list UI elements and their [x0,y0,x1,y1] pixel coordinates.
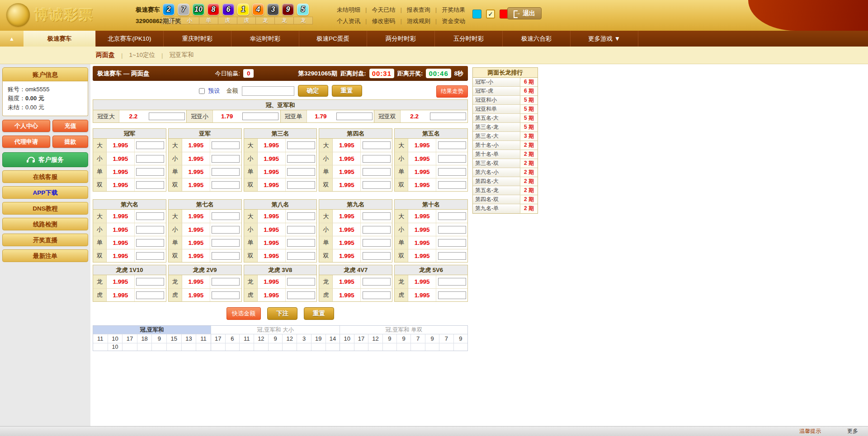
bet-amount-input[interactable] [438,155,466,163]
bet-amount-input[interactable] [136,239,164,247]
bet-amount-input[interactable] [212,226,240,234]
bet-amount-input[interactable] [438,168,466,176]
bet-amount-input[interactable] [430,113,466,120]
result-trend-button[interactable]: 结果走势 [436,85,468,98]
nav-tab-重庆时时彩[interactable]: 重庆时时彩 [164,31,231,47]
color-swatch[interactable] [472,9,481,19]
bet-amount-input[interactable] [287,278,315,286]
bet-amount-input[interactable] [287,226,315,234]
sidebar: 账户信息 账号：omk5555额度：0.00 元未结：0.00 元 个人中心充值… [0,64,90,426]
sidebar-action-button[interactable]: 充值 [52,120,88,132]
bet-amount-input[interactable] [212,252,240,260]
sidebar-button[interactable]: DNS教程 [2,202,88,215]
sidebar-button[interactable]: 最新注单 [2,249,88,262]
sidebar-action-button[interactable]: 提款 [52,136,88,148]
bet-amount-input[interactable] [212,141,240,149]
bet-amount-input[interactable] [149,113,185,120]
bet-amount-input[interactable] [336,113,373,120]
bet-amount-input[interactable] [363,239,391,247]
bet-amount-input[interactable] [438,239,466,247]
header-link[interactable]: 未结明细 [337,6,360,14]
bet-amount-input[interactable] [363,141,391,149]
bet-amount-input[interactable] [136,252,164,260]
customer-service-button[interactable]: 客户服务 [2,152,88,167]
nav-tab-更多游戏 ▼[interactable]: 更多游戏 ▼ [571,31,638,47]
bet-amount-input[interactable] [438,278,466,286]
amount-input[interactable] [242,86,294,96]
sidebar-button[interactable]: 在线客服 [2,170,88,183]
bet-amount-input[interactable] [438,181,466,189]
bet-amount-input[interactable] [136,141,164,149]
bet-amount-input[interactable] [438,226,466,234]
bet-amount-input[interactable] [287,291,315,299]
bet-amount-input[interactable] [363,212,391,220]
bet-amount-input[interactable] [212,291,240,299]
subnav-item[interactable]: 冠亚军和 [169,51,193,59]
nav-tab-幸运时时彩[interactable]: 幸运时时彩 [231,31,299,47]
nav-collapse-tab[interactable]: ▲ [0,31,24,47]
bet-amount-input[interactable] [136,278,164,286]
place-bet-button[interactable]: 下注 [267,307,297,320]
bet-amount-input[interactable] [136,291,164,299]
preset-checkbox[interactable] [199,88,205,94]
bet-amount-input[interactable] [363,252,391,260]
nav-tab-两分时时彩[interactable]: 两分时时彩 [367,31,435,47]
subnav-item[interactable]: 两面盘 [96,51,115,59]
sidebar-action-button[interactable]: 个人中心 [2,120,50,132]
bet-amount-input[interactable] [438,252,466,260]
nav-tab-五分时时彩[interactable]: 五分时时彩 [435,31,503,47]
nav-tab-极速赛车[interactable]: 极速赛车 [24,31,96,47]
bet-amount-input[interactable] [242,113,278,120]
confirm-button[interactable]: 确定 [298,85,328,97]
bet-amount-input[interactable] [287,212,315,220]
nav-tab-北京赛车(PK10)[interactable]: 北京赛车(PK10) [96,31,164,47]
bet-amount-input[interactable] [136,168,164,176]
bet-amount-input[interactable] [363,278,391,286]
logout-button[interactable]: 退出 [507,7,542,19]
bet-amount-input[interactable] [363,291,391,299]
footer-more-link[interactable]: 更多 [847,427,858,435]
nav-tab-极速六合彩[interactable]: 极速六合彩 [503,31,571,47]
bet-amount-input[interactable] [212,168,240,176]
bet-amount-input[interactable] [287,239,315,247]
header-link[interactable]: 报表查询 [407,6,430,14]
header-link[interactable]: 个人资讯 [337,17,360,25]
sound-checkbox[interactable]: ✓ [486,9,495,19]
bet-amount-input[interactable] [212,155,240,163]
bet-amount-input[interactable] [438,141,466,149]
bet-amount-input[interactable] [212,239,240,247]
header-link[interactable]: 修改密码 [372,17,395,25]
bet-amount-input[interactable] [363,168,391,176]
bet-amount-input[interactable] [136,181,164,189]
bet-amount-input[interactable] [212,278,240,286]
bet-amount-input[interactable] [287,252,315,260]
bet-amount-input[interactable] [287,141,315,149]
bet-amount-input[interactable] [438,212,466,220]
bet-amount-input[interactable] [212,212,240,220]
bet-amount-input[interactable] [363,226,391,234]
header-link[interactable]: 资金变动 [442,17,465,25]
bet-reset-button[interactable]: 重置 [304,307,334,320]
bet-amount-input[interactable] [287,168,315,176]
nav-tab-极速PC蛋蛋[interactable]: 极速PC蛋蛋 [299,31,367,47]
sidebar-button[interactable]: APP下载 [2,186,88,199]
subnav-item[interactable]: 1~10定位 [129,51,155,59]
bet-amount-input[interactable] [136,226,164,234]
quick-amount-button[interactable]: 快选金额 [226,307,261,320]
sidebar-button[interactable]: 线路检测 [2,218,88,230]
bet-amount-input[interactable] [363,181,391,189]
bet-amount-input[interactable] [287,155,315,163]
sidebar-button[interactable]: 开奖直播 [2,234,88,246]
header-link[interactable]: 开奖结果 [442,6,465,14]
bet-amount-input[interactable] [136,155,164,163]
bet-amount-input[interactable] [287,181,315,189]
bet-amount-input[interactable] [363,155,391,163]
sidebar-action-button[interactable]: 代理申请 [2,136,50,148]
bet-amount-input[interactable] [212,181,240,189]
bet-amount-input[interactable] [136,212,164,220]
bet-amount-input[interactable] [438,291,466,299]
header-link[interactable]: 游戏规则 [407,17,430,25]
header-link[interactable]: 今天已结 [372,6,395,14]
reset-button[interactable]: 重置 [332,85,362,97]
ranking-row: 第十名-小2 期 [473,141,538,150]
